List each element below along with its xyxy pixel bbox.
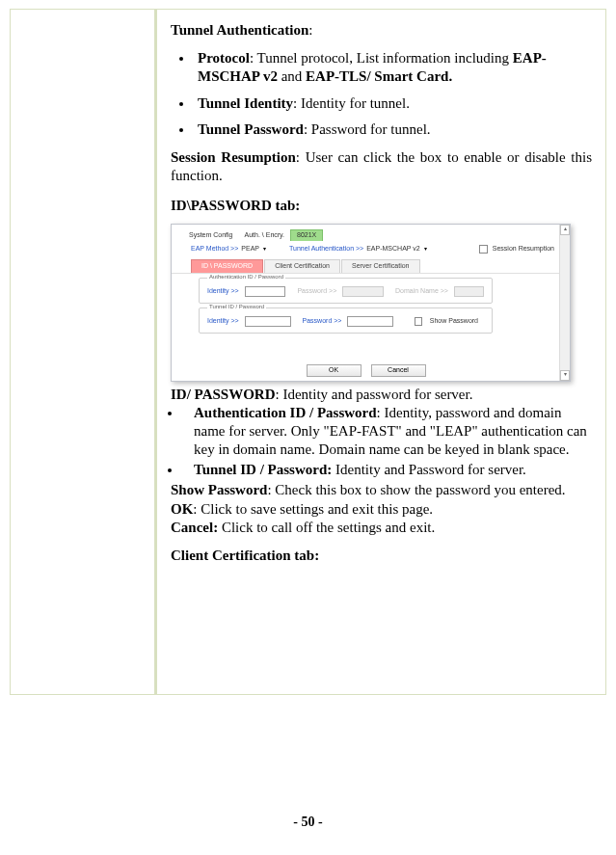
auth-id-group: Authentication ID / Password Identity >>… <box>199 278 493 304</box>
password-input-2[interactable] <box>347 316 393 327</box>
tunnel-auth-list: Protocol: Tunnel protocol, List informat… <box>171 49 592 139</box>
session-resumption-label: Session Resumption <box>493 245 554 254</box>
tab-8021x[interactable]: 8021X <box>290 229 323 241</box>
password-label-1: Password >> <box>297 287 336 296</box>
tunnel-id-legend: Tunnel ID / Password <box>207 304 266 311</box>
show-password-checkbox[interactable] <box>415 317 422 326</box>
ok-line: OK: Click to save settings and exit this… <box>171 500 592 519</box>
tab-auth-encry[interactable]: Auth. \ Encry. <box>239 230 291 241</box>
ok-button[interactable]: OK <box>307 364 362 377</box>
show-pw-line: Show Password: Check this box to show th… <box>171 481 592 499</box>
show-password-label: Show Password <box>430 317 478 326</box>
embedded-screenshot: ▴ ▾ System Config Auth. \ Encry. 8021X E… <box>171 224 571 382</box>
subtab-client-cert[interactable]: Client Certification <box>264 259 340 273</box>
subtab-server-cert[interactable]: Server Certification <box>341 259 420 273</box>
tunnel-auth-select[interactable]: EAP-MSCHAP v2 <box>366 245 427 254</box>
doc-table: Tunnel Authentication: Protocol: Tunnel … <box>10 9 606 695</box>
cancel-line: Cancel: Click to call off the settings a… <box>171 519 592 537</box>
eap-row: EAP Method >> PEAP Tunnel Authentication… <box>172 241 570 258</box>
right-column: Tunnel Authentication: Protocol: Tunnel … <box>157 10 605 694</box>
domain-label: Domain Name >> <box>395 287 448 296</box>
auth-id-pw-item: Authentication ID / Password: Identity, … <box>182 404 592 460</box>
protocol-item: Protocol: Tunnel protocol, List informat… <box>194 49 592 86</box>
password-input-1 <box>342 286 384 297</box>
identity-input-2[interactable] <box>245 316 291 327</box>
scroll-up-icon[interactable]: ▴ <box>560 225 570 235</box>
subtab-id-password[interactable]: ID \ PASSWORD <box>191 259 263 273</box>
tunnel-auth-link[interactable]: Tunnel Authentication >> <box>289 245 363 254</box>
eap-method-select[interactable]: PEAP <box>241 245 266 254</box>
tab-system-config[interactable]: System Config <box>183 230 239 241</box>
session-resumption-line: Session Resumption: User can click the b… <box>171 148 592 185</box>
identity-input[interactable] <box>245 286 286 297</box>
identity-label-2: Identity >> <box>207 317 239 326</box>
identity-label: Identity >> <box>207 287 239 296</box>
sub-tabs: ID \ PASSWORD Client Certification Serve… <box>172 258 570 274</box>
idpw-list: Authentication ID / Password: Identity, … <box>171 404 592 480</box>
scroll-down-icon[interactable]: ▾ <box>560 370 570 381</box>
session-resumption-checkbox[interactable] <box>479 245 488 254</box>
idpw-head-line: ID/ PASSWORD: Identity and password for … <box>171 386 592 404</box>
idpw-tab-head: ID\PASSWORD tab: <box>171 197 592 215</box>
eap-method-link[interactable]: EAP Method >> <box>191 245 238 254</box>
client-cert-head: Client Certification tab: <box>171 547 592 565</box>
button-row: OK Cancel <box>172 364 560 377</box>
left-column <box>11 10 157 694</box>
tunnel-identity-item: Tunnel Identity: Identity for tunnel. <box>194 94 592 113</box>
auth-id-legend: Authentication ID / Password <box>207 274 285 281</box>
page-number: - 50 - <box>0 815 616 830</box>
tunnel-password-item: Tunnel Password: Password for tunnel. <box>194 120 592 139</box>
password-label-2: Password >> <box>303 317 342 326</box>
tunnel-id-group: Tunnel ID / Password Identity >> Passwor… <box>199 307 493 334</box>
domain-input <box>454 286 484 297</box>
top-tabs: System Config Auth. \ Encry. 8021X <box>172 225 570 241</box>
scrollbar[interactable]: ▴ ▾ <box>559 225 570 381</box>
cancel-button[interactable]: Cancel <box>371 364 426 377</box>
tunnel-id-pw-item: Tunnel ID / Password: Identity and Passw… <box>182 461 592 479</box>
tunnel-auth-head: Tunnel Authentication: <box>171 21 592 40</box>
